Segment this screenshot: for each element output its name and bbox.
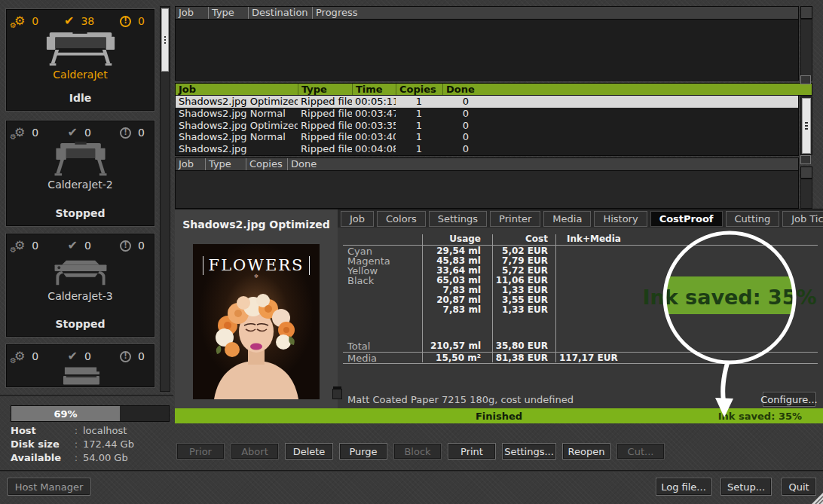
job-actions-toolbar: Prior Abort Delete Purge Block Print Set… [176,443,665,460]
column-header-job[interactable]: Job [176,158,205,170]
cost-row-5: 7,83 ml 1,33 EUR [343,286,818,295]
printer-card-calderajet-3[interactable]: ⚙⚙ 0 ✔ 0 ! 0 CalderaJet-3 Stopped [6,234,155,337]
job-status-bar: Finished Ink saved: 35% [175,408,823,423]
printed-jobs-table[interactable]: Job Type Copies Done [175,157,799,209]
warning-icon: ! [120,16,131,27]
cost-header-usage: Usage [422,234,492,244]
job-row[interactable]: Shadows2.jpg Ripped file 00:04:08 1 0 [176,143,798,155]
prior-button[interactable]: Prior [176,443,225,460]
gear-icon: ⚙⚙ [14,127,25,138]
splitter-handle[interactable] [800,75,811,84]
printer-name: CalderaJet-3 [7,290,154,302]
cost-row-cyan: Cyan 29,54 ml 5,02 EUR [343,246,818,256]
done-count: 0 [84,127,91,139]
configure-button[interactable]: Configure... [763,392,815,407]
cost-row-media: Media 15,50 m² 81,38 EUR 117,17 EUR [343,353,818,363]
media-description: Matt Coated Paper 7215 180g, cost undefi… [347,394,574,405]
printer-list-scrollbar[interactable] [160,6,170,392]
tab-job[interactable]: Job [341,211,374,227]
disk-info: Host : localhost Disk size : 172.44 Gb A… [11,423,170,464]
tab-media[interactable]: Media [543,211,591,227]
job-row[interactable]: Shadows2.jpg Normal Ripped file 00:03:47… [176,108,798,120]
left-divider [0,395,173,396]
column-header-copies[interactable]: Copies [246,158,287,170]
available-value: 54.00 Gb [83,452,128,463]
abort-button[interactable]: Abort [231,443,279,460]
print-button[interactable]: Print [448,443,496,460]
cost-row-6: 20,87 ml 3,55 EUR [343,295,818,305]
printer-counters: ⚙⚙ 0 ✔ 38 ! 0 [7,10,154,29]
job-title: Shadows2.jpg Optimized [175,218,338,231]
tab-job-ticket[interactable]: Job Ticket [782,211,823,227]
column-header-time[interactable]: Time [352,84,396,95]
host-manager-button[interactable]: Host Manager [8,478,90,496]
printer-card-4[interactable]: ⚙⚙ 0 ✔ 0 ! 0 [6,344,155,387]
job-detail-panel: Shadows2.jpg Optimized FLOWERS ✻ [175,209,823,423]
job-thumbnail[interactable]: FLOWERS ✻ [193,244,320,399]
disk-size-value: 172.44 Gb [83,438,134,450]
job-preview-pane: Shadows2.jpg Optimized FLOWERS ✻ [175,209,338,423]
cost-row-black: Black 65,03 ml 11,06 EUR [343,276,818,286]
printer-name: CalderaJet-2 [7,179,154,191]
tab-settings[interactable]: Settings [429,211,487,227]
printer-status: Stopped [7,207,154,225]
printer-status: Idle [7,92,154,110]
cost-table: Usage Cost Ink+Media Cyan 29,54 ml 5,02 … [343,234,818,362]
job-row[interactable]: Shadows2.jpg Normal Ripped file 00:03:40… [176,131,798,143]
host-value: localhost [83,425,127,436]
spooler-table[interactable]: Job Type Destination Progress [175,6,799,81]
disk-size-label: Disk size [11,438,69,450]
check-icon: ✔ [68,351,78,362]
check-icon: ✔ [68,127,78,138]
spooler-scrollbar[interactable] [800,6,812,81]
printer-card-calderajet[interactable]: ⚙⚙ 0 ✔ 38 ! 0 [6,9,155,111]
poster-title: FLOWERS [203,256,311,275]
purge-button[interactable]: Purge [339,443,387,460]
tab-colors[interactable]: Colors [377,211,426,227]
tab-printer[interactable]: Printer [490,211,540,227]
tab-history[interactable]: History [594,211,647,227]
printer-image [7,142,154,176]
gear-icon: ⚙⚙ [14,240,25,251]
gear-icon: ⚙⚙ [14,351,25,362]
column-header-destination[interactable]: Destination [248,7,312,19]
settings-button[interactable]: Settings... [502,443,556,460]
printer-counters: ⚙⚙ 0 ✔ 0 ! 0 [7,121,154,140]
splitter-handle[interactable] [800,155,811,164]
cost-header-cost: Cost [492,234,555,244]
column-header-done[interactable]: Done [442,84,812,95]
tab-cutting[interactable]: Cutting [726,211,780,227]
delete-button[interactable]: Delete [285,443,333,460]
column-header-copies[interactable]: Copies [396,84,442,95]
printed-jobs-scrollbar[interactable] [800,166,812,209]
column-header-job[interactable]: Job [176,7,208,19]
setup-button[interactable]: Setup... [721,478,772,496]
gear-icon: ⚙⚙ [14,16,25,26]
block-button[interactable]: Block [393,443,442,460]
log-file-button[interactable]: Log file... [656,478,711,496]
column-header-progress[interactable]: Progress [312,7,798,19]
column-header-type[interactable]: Type [205,158,246,170]
job-row[interactable]: Shadows2.jpg Optimized Ripped file 00:03… [176,120,798,132]
printer-card-calderajet-2[interactable]: ⚙⚙ 0 ✔ 0 ! 0 [6,121,155,226]
resize-grip[interactable] [812,493,823,504]
job-row[interactable]: Shadows2.jpg Optimized Ripped file 00:05… [176,96,798,108]
splitter-handle[interactable] [332,389,342,399]
cut-button[interactable]: Cut... [616,443,665,460]
ripped-jobs-scrollbar[interactable] [800,96,812,155]
done-count: 0 [84,240,91,252]
tab-costproof[interactable]: CostProof [650,211,723,227]
costproof-pane: Usage Cost Ink+Media Cyan 29,54 ml 5,02 … [338,228,823,390]
ripped-jobs-table[interactable]: Job Type Time Copies Done Shadows2.jpg O… [175,83,812,156]
error-count: 0 [138,240,145,252]
printer-image [7,30,154,66]
caldera-spooler-window: ⚙⚙ 0 ✔ 38 ! 0 [0,0,823,504]
spooled-count: 0 [32,15,38,27]
reopen-button[interactable]: Reopen [562,443,610,460]
media-info-bar: Matt Coated Paper 7215 180g, cost undefi… [338,390,823,408]
column-header-type[interactable]: Type [208,7,248,19]
spooled-count: 0 [32,240,38,252]
column-header-type[interactable]: Type [298,84,352,95]
column-header-done[interactable]: Done [287,158,798,170]
column-header-job[interactable]: Job [176,84,298,95]
